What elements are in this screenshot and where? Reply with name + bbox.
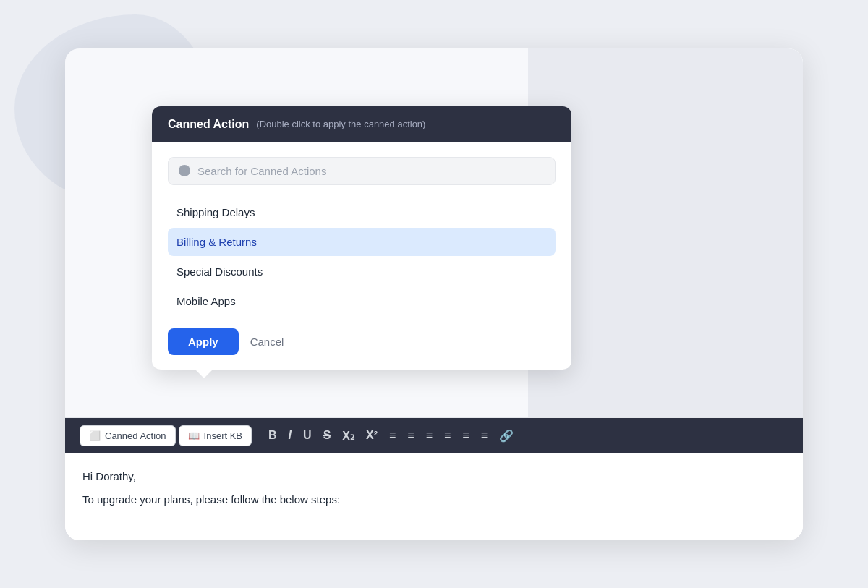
popup-subtitle: (Double click to apply the canned action… <box>256 119 425 129</box>
list-item[interactable]: Mobile Apps <box>168 287 556 315</box>
ordered-list-button[interactable]: ≡ <box>403 426 418 445</box>
action-buttons: Apply Cancel <box>168 328 556 355</box>
canned-action-icon: ⬜ <box>89 430 101 441</box>
popup-header: Canned Action (Double click to apply the… <box>152 106 571 142</box>
bold-button[interactable]: B <box>264 426 281 445</box>
toolbar-separator <box>258 427 258 444</box>
align-left-button[interactable]: ≡ <box>422 426 437 445</box>
editor-area: ⬜ Canned Action 📖 Insert KB B I U S X₂ X… <box>65 417 803 540</box>
kb-icon: 📖 <box>188 430 200 441</box>
page-background: Canned Action (Double click to apply the… <box>0 0 868 588</box>
popup-title: Canned Action <box>168 118 249 131</box>
canned-actions-list: Shipping Delays Billing & Returns Specia… <box>168 198 556 315</box>
search-placeholder: Search for Canned Actions <box>197 165 545 177</box>
list-item-selected[interactable]: Billing & Returns <box>168 228 556 256</box>
align-justify-button[interactable]: ≡ <box>477 426 492 445</box>
strikethrough-button[interactable]: S <box>319 426 336 445</box>
editor-line-2: To upgrade your plans, please follow the… <box>82 491 786 508</box>
search-icon <box>179 165 190 176</box>
search-field[interactable]: Search for Canned Actions <box>168 157 556 185</box>
popup-container: Canned Action (Double click to apply the… <box>152 106 571 370</box>
editor-line-1: Hi Dorathy, <box>82 468 786 485</box>
canned-action-popup: Canned Action (Double click to apply the… <box>152 106 571 370</box>
align-center-button[interactable]: ≡ <box>440 426 455 445</box>
apply-button[interactable]: Apply <box>168 328 239 355</box>
link-button[interactable]: 🔗 <box>495 426 518 446</box>
editor-toolbar: ⬜ Canned Action 📖 Insert KB B I U S X₂ X… <box>65 418 803 453</box>
italic-button[interactable]: I <box>284 426 296 445</box>
editor-content[interactable]: Hi Dorathy, To upgrade your plans, pleas… <box>65 453 803 540</box>
main-card: Canned Action (Double click to apply the… <box>65 48 803 540</box>
popup-body: Search for Canned Actions Shipping Delay… <box>152 142 571 370</box>
canned-action-toolbar-button[interactable]: ⬜ Canned Action <box>80 425 176 446</box>
list-item[interactable]: Shipping Delays <box>168 198 556 226</box>
list-item[interactable]: Special Discounts <box>168 257 556 286</box>
superscript-button[interactable]: X² <box>362 426 382 445</box>
insert-kb-button[interactable]: 📖 Insert KB <box>179 425 252 446</box>
subscript-button[interactable]: X₂ <box>338 426 359 446</box>
popup-tail <box>195 370 213 378</box>
cancel-button[interactable]: Cancel <box>250 336 284 348</box>
underline-button[interactable]: U <box>299 426 316 445</box>
align-right-button[interactable]: ≡ <box>458 426 473 445</box>
unordered-list-button[interactable]: ≡ <box>385 426 400 445</box>
